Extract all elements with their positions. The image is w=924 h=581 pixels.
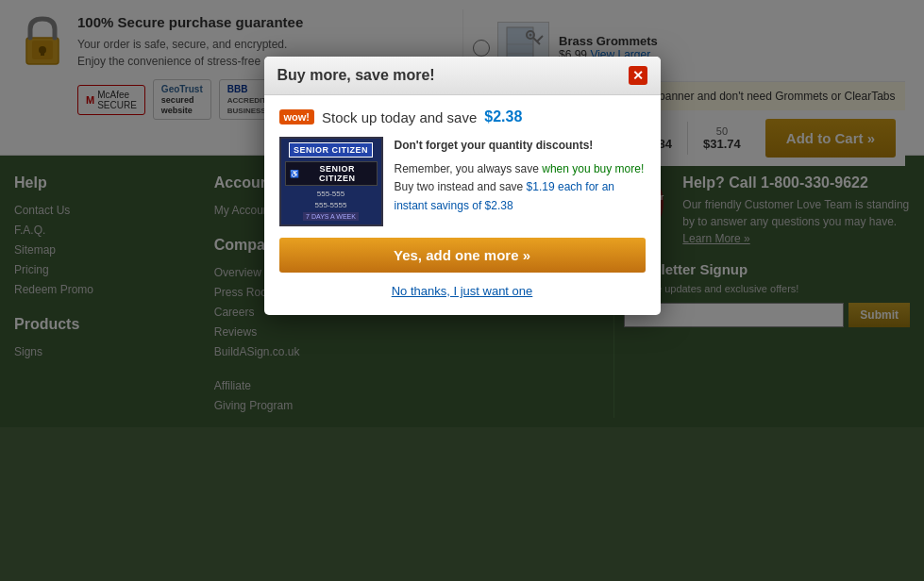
buy-more-modal: Buy more, save more! ✕ wow! Stock up tod…: [264, 57, 661, 315]
modal-header: Buy more, save more! ✕: [264, 57, 661, 95]
no-thanks-button[interactable]: No thanks, I just want one: [279, 280, 646, 302]
modal-body: wow! Stock up today and save $2.38 SENIO…: [264, 95, 661, 315]
modal-close-button[interactable]: ✕: [629, 66, 647, 85]
modal-overlay: Buy more, save more! ✕ wow! Stock up tod…: [0, 0, 924, 581]
modal-discount-text: Don't forget your quantity discounts! Re…: [395, 137, 646, 226]
add-one-more-button[interactable]: Yes, add one more »: [279, 238, 646, 273]
wow-badge: wow!: [279, 109, 315, 124]
product-preview: SENIOR CITIZEN ♿ SENIOR CITIZEN 555-555 …: [279, 137, 383, 226]
modal-savings-text: Stock up today and save: [322, 109, 477, 125]
banner-line-2: ♿ SENIOR CITIZEN: [285, 161, 378, 186]
modal-savings-row: wow! Stock up today and save $2.38: [279, 108, 646, 125]
days-badge: 7 DAYS A WEEK: [303, 212, 359, 221]
discount-heading: Don't forget your quantity discounts!: [395, 139, 594, 152]
modal-title: Buy more, save more!: [277, 67, 435, 84]
modal-savings-amount: $2.38: [484, 108, 522, 125]
modal-content-row: SENIOR CITIZEN ♿ SENIOR CITIZEN 555-555 …: [279, 137, 646, 226]
banner-line-1: SENIOR CITIZEN: [289, 142, 373, 158]
